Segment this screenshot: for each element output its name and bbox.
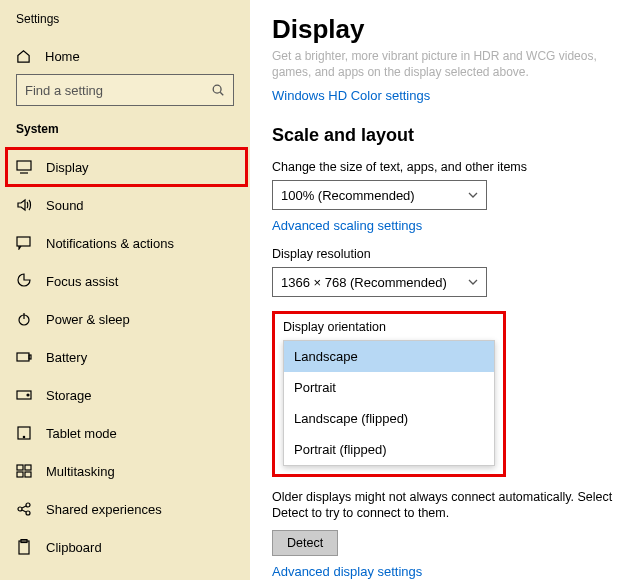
svg-rect-13 xyxy=(17,465,23,470)
nav-item-multitasking[interactable]: Multitasking xyxy=(6,452,250,490)
clipboard-icon xyxy=(16,539,32,555)
svg-rect-15 xyxy=(17,472,23,477)
svg-point-18 xyxy=(26,503,30,507)
search-box[interactable] xyxy=(16,74,234,106)
resolution-label: Display resolution xyxy=(272,247,620,261)
display-icon xyxy=(16,160,32,174)
detect-note: Older displays might not always connect … xyxy=(272,489,620,522)
nav-item-clipboard[interactable]: Clipboard xyxy=(6,528,250,566)
sidebar-group-header: System xyxy=(16,122,250,136)
nav-item-label: Shared experiences xyxy=(46,502,162,517)
page-title: Display xyxy=(272,14,620,45)
tablet-icon xyxy=(16,426,32,440)
advanced-scaling-link[interactable]: Advanced scaling settings xyxy=(272,218,422,233)
focus-icon xyxy=(16,273,32,289)
nav-item-label: Clipboard xyxy=(46,540,102,555)
detect-button[interactable]: Detect xyxy=(272,530,338,556)
nav-item-display[interactable]: Display xyxy=(6,148,247,186)
nav-item-label: Multitasking xyxy=(46,464,115,479)
svg-point-19 xyxy=(26,511,30,515)
orientation-dropdown[interactable]: Landscape Portrait Landscape (flipped) P… xyxy=(283,340,495,466)
nav-item-label: Storage xyxy=(46,388,92,403)
orientation-option-portrait[interactable]: Portrait xyxy=(284,372,494,403)
nav-item-storage[interactable]: Storage xyxy=(6,376,250,414)
settings-sidebar: Settings Home System Display Sound Notif… xyxy=(0,0,250,580)
orientation-option-landscape-flipped[interactable]: Landscape (flipped) xyxy=(284,403,494,434)
scale-value: 100% (Recommended) xyxy=(281,188,415,203)
notifications-icon xyxy=(16,236,32,250)
orientation-group: Display orientation Landscape Portrait L… xyxy=(272,311,506,477)
battery-icon xyxy=(16,351,32,363)
svg-line-20 xyxy=(22,506,26,508)
power-icon xyxy=(16,311,32,327)
svg-point-0 xyxy=(213,85,221,93)
search-icon xyxy=(211,83,225,97)
nav-item-sound[interactable]: Sound xyxy=(6,186,250,224)
svg-rect-4 xyxy=(17,237,30,246)
shared-icon xyxy=(16,502,32,516)
scale-label: Change the size of text, apps, and other… xyxy=(272,160,620,174)
nav-item-shared[interactable]: Shared experiences xyxy=(6,490,250,528)
nav-home-label: Home xyxy=(45,49,80,64)
hdr-description: Get a brighter, more vibrant picture in … xyxy=(272,49,620,80)
nav-item-label: Display xyxy=(46,160,89,175)
orientation-option-portrait-flipped[interactable]: Portrait (flipped) xyxy=(284,434,494,465)
nav-item-power[interactable]: Power & sleep xyxy=(6,300,250,338)
resolution-value: 1366 × 768 (Recommended) xyxy=(281,275,447,290)
app-title: Settings xyxy=(16,12,250,38)
orientation-option-landscape[interactable]: Landscape xyxy=(284,341,494,372)
nav-item-battery[interactable]: Battery xyxy=(6,338,250,376)
nav-item-label: Focus assist xyxy=(46,274,118,289)
storage-icon xyxy=(16,389,32,401)
svg-point-17 xyxy=(18,507,22,511)
main-content: Display Get a brighter, more vibrant pic… xyxy=(250,0,642,580)
scale-section-header: Scale and layout xyxy=(272,125,620,146)
nav-item-tablet[interactable]: Tablet mode xyxy=(6,414,250,452)
sound-icon xyxy=(16,198,32,212)
hdr-color-link[interactable]: Windows HD Color settings xyxy=(272,88,430,103)
nav-item-label: Battery xyxy=(46,350,87,365)
nav-item-label: Notifications & actions xyxy=(46,236,174,251)
nav-item-label: Tablet mode xyxy=(46,426,117,441)
advanced-display-link[interactable]: Advanced display settings xyxy=(272,564,422,579)
resolution-select[interactable]: 1366 × 768 (Recommended) xyxy=(272,267,487,297)
chevron-down-icon xyxy=(468,192,478,198)
nav-item-focus-assist[interactable]: Focus assist xyxy=(6,262,250,300)
svg-rect-14 xyxy=(25,465,31,470)
chevron-down-icon xyxy=(468,279,478,285)
svg-rect-8 xyxy=(29,355,31,359)
svg-point-10 xyxy=(27,394,29,396)
nav-home[interactable]: Home xyxy=(16,38,250,74)
svg-rect-2 xyxy=(17,161,31,170)
multitasking-icon xyxy=(16,464,32,478)
nav-item-label: Sound xyxy=(46,198,84,213)
nav-item-label: Power & sleep xyxy=(46,312,130,327)
svg-line-21 xyxy=(22,510,26,512)
nav-list: Display Sound Notifications & actions Fo… xyxy=(6,148,250,566)
svg-rect-16 xyxy=(25,472,31,477)
home-icon xyxy=(16,49,31,64)
scale-select[interactable]: 100% (Recommended) xyxy=(272,180,487,210)
svg-point-12 xyxy=(23,436,24,437)
svg-line-1 xyxy=(220,92,223,95)
orientation-label: Display orientation xyxy=(283,320,495,334)
svg-rect-7 xyxy=(17,353,29,361)
search-input[interactable] xyxy=(25,83,211,98)
nav-item-notifications[interactable]: Notifications & actions xyxy=(6,224,250,262)
